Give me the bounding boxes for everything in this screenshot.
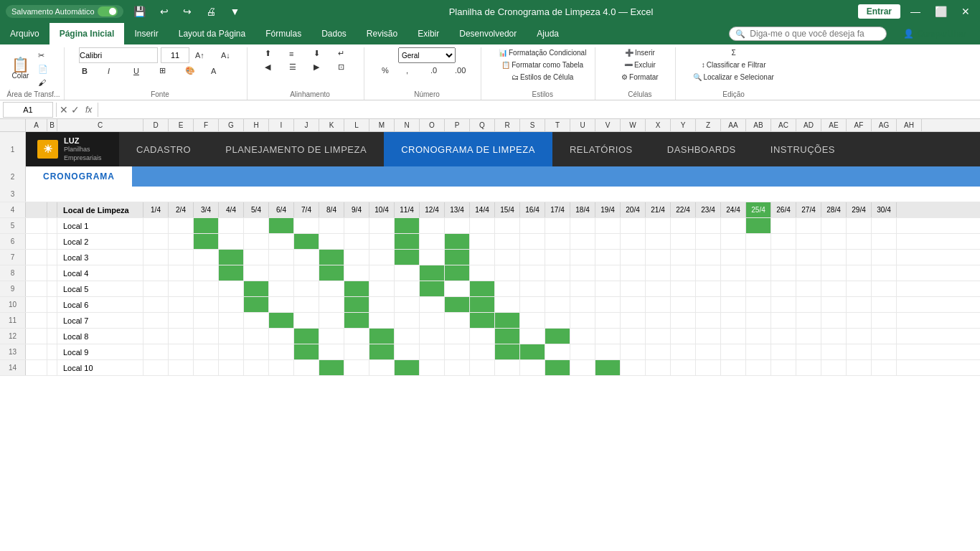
cell-row6-col15[interactable] [495,297,520,312]
format-table-btn[interactable]: 📋 Formatar como Tabela [499,60,586,70]
cell-row6-col30[interactable] [872,297,897,312]
cell-row8-col30[interactable] [872,329,897,344]
underline-btn[interactable]: U [131,65,154,77]
cell-row2-col11[interactable] [395,234,420,249]
maximize-btn[interactable]: ⬜ [930,4,951,19]
cell-row5-col16[interactable] [520,281,545,296]
cell-row7-col19[interactable] [595,313,621,328]
cell-row3-col2[interactable] [169,250,194,265]
cell-row5-col26[interactable] [771,281,796,296]
cell-row9-col13[interactable] [445,344,470,359]
cell-row3-col15[interactable] [495,250,520,265]
cell-row2-col24[interactable] [721,234,746,249]
cell-row1-col27[interactable] [796,218,821,233]
cell-row8-col12[interactable] [420,329,445,344]
cell-row5-col9[interactable] [344,281,369,296]
cell-row4-col29[interactable] [847,265,872,281]
cell-row6-col3[interactable] [194,297,219,312]
col-header-l[interactable]: L [344,119,369,131]
col-header-z[interactable]: Z [696,119,721,131]
cell-row3-col27[interactable] [796,250,821,265]
cell-row3-col29[interactable] [847,250,872,265]
cell-row9-col23[interactable] [696,344,721,359]
cell-row2-col17[interactable] [545,234,570,249]
local-name-3[interactable]: Local 3 [57,250,143,265]
comma-btn[interactable]: , [403,65,426,76]
cell-row9-col30[interactable] [872,344,897,359]
cell-row8-col6[interactable] [269,329,294,344]
cell-row2-col29[interactable] [847,234,872,249]
cell-row3-col6[interactable] [269,250,294,265]
cell-row6-col5[interactable] [244,297,269,312]
formula-input[interactable] [101,102,977,118]
cell-row9-col18[interactable] [570,344,595,359]
cell-row3-col9[interactable] [344,250,369,265]
cell-row1-col26[interactable] [771,218,796,233]
cell-row6-col26[interactable] [771,297,796,312]
cell-row8-col20[interactable] [621,329,646,344]
font-grow-btn[interactable]: A↑ [192,50,215,61]
nav-cadastro[interactable]: CADASTRO [119,132,208,166]
cell-row3-col17[interactable] [545,250,570,265]
cell-row3-col25[interactable] [746,250,771,265]
cell-row10-col15[interactable] [495,360,520,375]
cell-row7-col23[interactable] [696,313,721,328]
col-header-m[interactable]: M [369,119,395,131]
col-header-t[interactable]: T [545,119,570,131]
cell-row4-col14[interactable] [470,265,495,281]
cell-row2-col19[interactable] [595,234,621,249]
cell-row4-col12[interactable] [420,265,445,281]
cell-row6-col27[interactable] [796,297,821,312]
cell-row9-col6[interactable] [269,344,294,359]
cell-row9-col25[interactable] [746,344,771,359]
cell-row2-col12[interactable] [420,234,445,249]
cell-row1-col16[interactable] [520,218,545,233]
cell-row1-col29[interactable] [847,218,872,233]
cell-row7-col4[interactable] [219,313,244,328]
tab-layout[interactable]: Layout da Página [169,23,255,44]
cell-row9-col19[interactable] [595,344,621,359]
cell-row2-col20[interactable] [621,234,646,249]
cell-row4-col26[interactable] [771,265,796,281]
cell-row10-col10[interactable] [369,360,395,375]
col-header-ab[interactable]: AB [746,119,771,131]
col-header-g[interactable]: G [219,119,244,131]
cell-row1-col20[interactable] [621,218,646,233]
cell-row4-col11[interactable] [395,265,420,281]
align-bottom-btn[interactable]: ⬇ [311,47,334,60]
cell-row4-col13[interactable] [445,265,470,281]
cell-row8-col14[interactable] [470,329,495,344]
undo-btn[interactable]: ↩ [156,4,173,19]
fill-color-btn[interactable]: 🎨 [182,65,205,77]
cell-row3-col1[interactable] [143,250,169,265]
cell-row7-col9[interactable] [344,313,369,328]
cell-row6-col29[interactable] [847,297,872,312]
merge-btn[interactable]: ⊡ [335,61,358,73]
cell-row8-col24[interactable] [721,329,746,344]
col-header-x[interactable]: X [646,119,671,131]
cell-row1-col4[interactable] [219,218,244,233]
number-format-select[interactable]: Geral [398,47,456,63]
cell-row1-col3[interactable] [194,218,219,233]
cell-row7-col6[interactable] [269,313,294,328]
col-header-a[interactable]: A [26,119,47,131]
cell-row2-col4[interactable] [219,234,244,249]
font-color-btn[interactable]: A [208,65,231,77]
cell-row10-col4[interactable] [219,360,244,375]
col-header-ac[interactable]: AC [771,119,796,131]
cell-row10-col21[interactable] [646,360,671,375]
cell-row1-col6[interactable] [269,218,294,233]
col-header-u[interactable]: U [570,119,595,131]
tab-dados[interactable]: Dados [311,23,357,44]
cell-row5-col24[interactable] [721,281,746,296]
cell-row5-col23[interactable] [696,281,721,296]
cell-row1-col5[interactable] [244,218,269,233]
cell-row9-col8[interactable] [319,344,344,359]
cell-row9-col10[interactable] [369,344,395,359]
cell-row9-col1[interactable] [143,344,169,359]
cell-row5-col20[interactable] [621,281,646,296]
cell-row1-col23[interactable] [696,218,721,233]
cell-row10-col23[interactable] [696,360,721,375]
cell-row8-col19[interactable] [595,329,621,344]
cell-row10-col14[interactable] [470,360,495,375]
